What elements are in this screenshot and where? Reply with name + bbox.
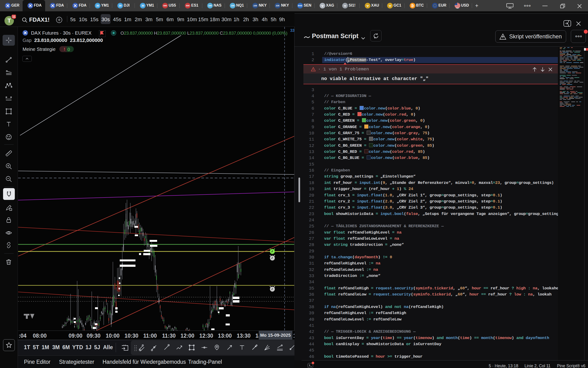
svg-text:11: 11 (12, 15, 16, 18)
svg-text:!: ! (64, 47, 65, 52)
svg-text:33: 33 (290, 28, 294, 32)
svg-text:{}: {} (67, 47, 70, 51)
svg-text:T: T (8, 18, 11, 24)
